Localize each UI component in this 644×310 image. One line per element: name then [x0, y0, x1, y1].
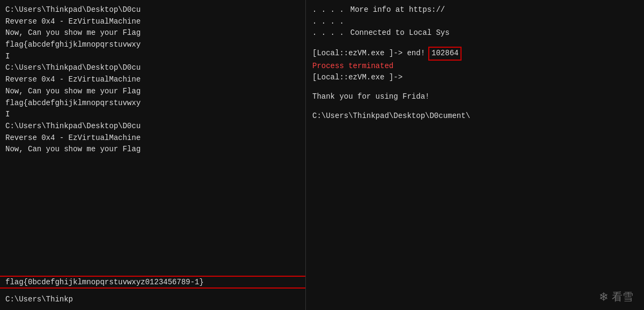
right-connected: Connected to Local Sys [350, 27, 450, 39]
watermark: ❄ 看雪 [600, 289, 633, 305]
left-line-11: C:\Users\Thinkpad\Desktop\D0cu [5, 121, 300, 132]
right-dots-3: . . . . [312, 27, 344, 39]
right-prompt: [Local::ezVM.exe ]-> [312, 72, 638, 84]
left-bottom-text: C:\Users\Thinkp [5, 294, 300, 306]
kanxue-label: 看雪 [612, 290, 633, 304]
right-end-number: 102864 [428, 47, 462, 61]
left-line-3: Now, Can you show me your Flag [5, 27, 300, 39]
right-process-terminated: Process terminated [312, 61, 638, 72]
flag-highlight-box: flag{0bcdefghijklmnopqrstuvwxyz012345678… [0, 276, 305, 289]
left-line-10: I [5, 109, 300, 121]
right-dots-1: . . . . [312, 4, 344, 16]
left-line-2: Reverse 0x4 - EzVirtualMachine [5, 16, 300, 28]
left-line-1: C:\Users\Thinkpad\Desktop\D0cu [5, 4, 300, 16]
left-line-9: flag{abcdefghijklmnopqrstuvwxy [5, 98, 300, 109]
left-line-6: C:\Users\Thinkpad\Desktop\D0cu [5, 62, 300, 74]
left-line-5: I [5, 51, 300, 63]
right-more-info: More info at https:// [350, 4, 445, 16]
right-terminal-panel: . . . . More info at https:// . . . . . … [306, 0, 644, 310]
left-bottom-line: C:\Users\Thinkp [5, 294, 300, 306]
left-line-4: flag{abcdefghijklmnopqrstuvwxy [5, 39, 300, 51]
right-thank-you: Thank you for using Frida! [312, 91, 638, 103]
left-line-12: Reverse 0x4 - EzVirtualMachine [5, 132, 300, 144]
right-dots-2: . . . . [312, 16, 638, 28]
left-line-13: Now, Can you show me your Flag [5, 144, 300, 156]
flag-text: flag{0bcdefghijklmnopqrstuvwxyz012345678… [5, 278, 300, 286]
left-line-8: Now, Can you show me your Flag [5, 86, 300, 98]
left-terminal-panel: C:\Users\Thinkpad\Desktop\D0cu Reverse 0… [0, 0, 306, 310]
right-end-prefix: [Local::ezVM.exe ]-> end! [312, 48, 425, 60]
snowflake-icon: ❄ [600, 289, 608, 305]
left-line-7: Reverse 0x4 - EzVirtualMachine [5, 74, 300, 86]
right-path: C:\Users\Thinkpad\Desktop\D0cument\ [312, 110, 638, 122]
